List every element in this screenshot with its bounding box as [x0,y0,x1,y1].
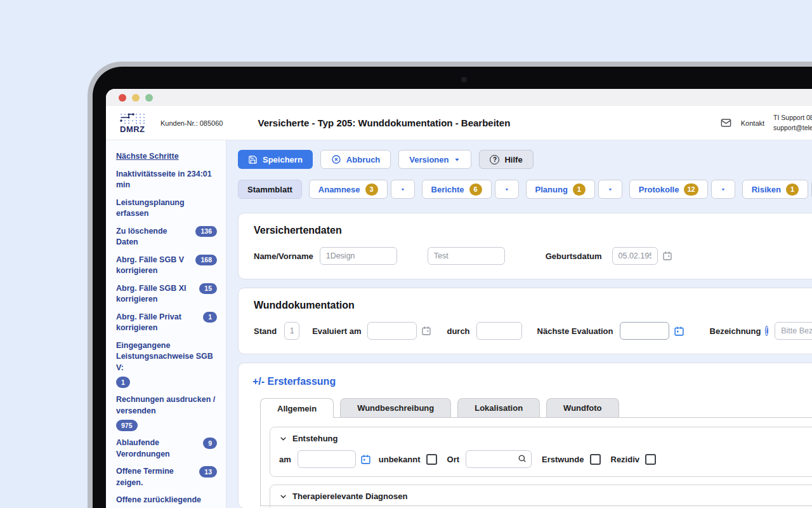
designation-input[interactable] [775,322,812,340]
section-title: Wunddokumentation [254,300,812,311]
tab-berichte-dropdown[interactable] [495,180,519,199]
tab-protokolle-dropdown[interactable] [711,180,735,199]
dmrz-logo[interactable]: DMRZ [120,113,148,133]
toolbar: Speichern Abbruch Versionen [238,150,812,169]
tab-risiken[interactable]: Risiken 1 [742,180,808,199]
cancel-button[interactable]: Abbruch [320,150,391,169]
by-input[interactable] [476,322,522,340]
calendar-icon-blue[interactable] [674,326,684,337]
wound-doc-card: Wunddokumentation Stand Evaluiert am dur… [238,288,812,354]
tab-anamnese-dropdown[interactable] [391,180,415,199]
last-name-input[interactable] [320,247,397,265]
tab-wundfoto[interactable]: Wundfoto [546,398,619,417]
help-button[interactable]: Hilfe [479,150,533,169]
tab-count-badge: 6 [469,184,482,196]
sidebar-item-zu-loeschende-daten[interactable]: Zu löschende Daten 136 [116,226,217,248]
sidebar-item-sgb-xi-korrigieren[interactable]: Abrg. Fälle SGB XI korrigieren 15 [116,283,217,305]
count-badge: 1 [203,312,217,323]
chevron-down-icon [279,492,287,500]
close-window-button[interactable] [119,94,126,102]
count-badge: 15 [199,283,217,295]
origin-date-input[interactable] [298,450,356,468]
first-record-title[interactable]: +/- Ersterfassung [252,376,812,387]
recurrence-label: Rezidiv [611,455,640,464]
caret-down-icon [454,156,461,163]
by-label: durch [447,326,469,336]
name-label: Name/Vorname [254,251,313,261]
minimize-window-button[interactable] [132,94,140,102]
first-record-tabs: Allgemein Wundbeschreibung Lokalisation … [260,398,812,417]
versions-button[interactable]: Versionen [398,150,471,169]
screen: DMRZ Kunden-Nr.: 085060 Versicherte - Ty… [106,89,812,508]
count-badge: 975 [116,420,138,431]
sidebar-item-privat-korrigieren[interactable]: Abrg. Fälle Privat korrigieren 1 [116,312,217,334]
calendar-icon[interactable] [421,326,431,336]
designation-label: Bezeichnung [710,326,761,336]
record-tabs: Stammblatt Anamnese 3 Berichte [238,180,812,199]
dmrz-logo-dots [120,113,148,124]
tab-planung[interactable]: Planung 1 [526,180,595,199]
tab-protokolle[interactable]: Protokolle 12 [629,180,708,199]
recurrence-checkbox[interactable] [645,454,656,465]
dob-input[interactable] [612,247,658,265]
contact-label[interactable]: Kontakt [741,119,764,127]
question-circle-icon [490,155,499,164]
tab-anamnese[interactable]: Anamnese 3 [309,180,388,199]
app-body: Nächste Schritte Inaktivitätsseite in 23… [106,140,812,508]
logo-text: DMRZ [120,125,145,133]
stand-input[interactable] [284,322,299,340]
tab-count-badge: 12 [684,184,698,196]
app-header: DMRZ Kunden-Nr.: 085060 Versicherte - Ty… [106,106,812,140]
next-eval-input[interactable] [620,322,669,340]
tab-stammblatt[interactable]: Stammblatt [238,180,302,199]
sidebar-item-zurueckliegende-termine[interactable]: Offene zurückliegende Termine jetzt mit … [116,495,217,508]
count-badge: 9 [203,438,217,449]
save-button[interactable]: Speichern [238,150,313,169]
calendar-icon-blue[interactable] [360,454,371,465]
tab-lokalisation[interactable]: Lokalisation [457,398,540,417]
window-titlebar [106,89,812,106]
unknown-checkbox[interactable] [426,454,437,465]
diagnoses-header[interactable]: Therapierelevante Diagnosen [279,491,812,501]
caret-down-icon [608,186,613,193]
caret-down-icon [721,186,726,193]
caret-down-icon [504,186,509,193]
evaluated-date-input[interactable] [367,322,417,340]
entstehung-box: Entstehung am unbekannt Ort [270,427,812,477]
tab-count-badge: 1 [573,184,586,196]
tab-planung-dropdown[interactable] [598,180,622,199]
entstehung-header[interactable]: Entstehung [279,434,812,443]
tab-allgemein[interactable]: Allgemein [260,398,334,418]
tab-group-planung: Planung 1 [526,180,622,199]
dob-label: Geburtsdatum [546,251,602,261]
ort-input[interactable] [466,450,532,468]
first-wound-checkbox[interactable] [590,454,601,465]
tab-wundbeschreibung[interactable]: Wundbeschreibung [340,398,451,417]
page-title: Versicherte - Typ 205: Wunddokumentation… [258,117,510,128]
sidebar-item-sgb-v-korrigieren[interactable]: Abrg. Fälle SGB V korrigieren 168 [116,255,217,277]
sidebar-item-naechste-schritte[interactable]: Nächste Schritte [116,151,217,163]
maximize-window-button[interactable] [145,94,153,102]
section-title: Versichertendaten [254,225,812,236]
sidebar-item-leistungsnachweise[interactable]: Eingegangene Leistungsnachweise SGB V: 1 [116,340,217,389]
unknown-label: unbekannt [379,455,421,464]
sidebar-item-ablaufende-verordnungen[interactable]: Ablaufende Verordnungen 9 [116,438,217,460]
count-badge: 13 [199,466,217,478]
sidebar-item-inaktivitaet[interactable]: Inaktivitätsseite in 234:01 min [116,169,217,191]
sidebar-item-leistungsplanung[interactable]: Leistungsplanung erfassen [116,197,217,220]
info-icon[interactable] [765,326,768,336]
first-wound-label: Erstwunde [542,455,584,464]
envelope-icon[interactable] [720,117,732,129]
header-contact-cluster: Kontakt TI Support 089-2488-68720 suppor… [720,113,812,133]
calendar-icon[interactable] [662,251,672,261]
first-name-input[interactable] [428,247,505,265]
allgemein-panel: Entstehung am unbekannt Ort [260,417,812,506]
tab-group-protokolle: Protokolle 12 [629,180,735,199]
sidebar-item-offene-termine[interactable]: Offene Termine zeigen. 13 [116,466,217,488]
tab-count-badge: 3 [365,184,378,196]
main-content: Speichern Abbruch Versionen [226,140,812,508]
caret-down-icon [400,186,405,193]
tab-count-badge: 1 [786,184,799,196]
sidebar-item-rechnungen-ausdrucken[interactable]: Rechnungen ausdrucken / versenden 975 [116,394,217,431]
tab-berichte[interactable]: Berichte 6 [422,180,492,199]
